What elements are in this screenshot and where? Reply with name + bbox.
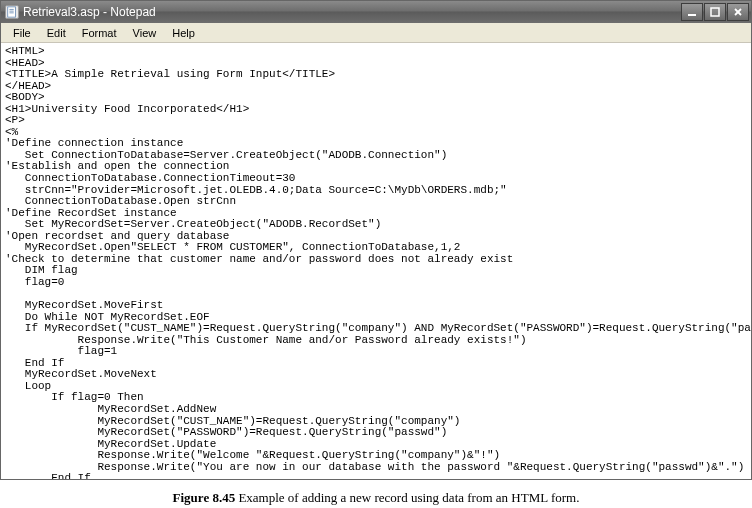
notepad-icon bbox=[5, 5, 19, 19]
svg-rect-0 bbox=[8, 7, 16, 17]
figure-caption: Figure 8.45 Example of adding a new reco… bbox=[0, 480, 752, 506]
window-title: Retrieval3.asp - Notepad bbox=[23, 5, 680, 19]
figure-text: Example of adding a new record using dat… bbox=[235, 490, 579, 505]
menu-view[interactable]: View bbox=[125, 25, 165, 41]
editor-content[interactable]: <HTML> <HEAD> <TITLE>A Simple Retrieval … bbox=[5, 46, 747, 479]
menu-format[interactable]: Format bbox=[74, 25, 125, 41]
figure-number: Figure 8.45 bbox=[173, 490, 236, 505]
notepad-window: Retrieval3.asp - Notepad File Edit Forma… bbox=[0, 0, 752, 480]
menu-file[interactable]: File bbox=[5, 25, 39, 41]
svg-rect-4 bbox=[688, 14, 696, 16]
minimize-button[interactable] bbox=[681, 3, 703, 21]
menu-help[interactable]: Help bbox=[164, 25, 203, 41]
editor-area[interactable]: <HTML> <HEAD> <TITLE>A Simple Retrieval … bbox=[1, 43, 751, 479]
title-bar[interactable]: Retrieval3.asp - Notepad bbox=[1, 1, 751, 23]
menu-edit[interactable]: Edit bbox=[39, 25, 74, 41]
svg-rect-5 bbox=[711, 8, 719, 16]
maximize-button[interactable] bbox=[704, 3, 726, 21]
window-controls bbox=[680, 3, 749, 21]
close-button[interactable] bbox=[727, 3, 749, 21]
menu-bar: File Edit Format View Help bbox=[1, 23, 751, 43]
